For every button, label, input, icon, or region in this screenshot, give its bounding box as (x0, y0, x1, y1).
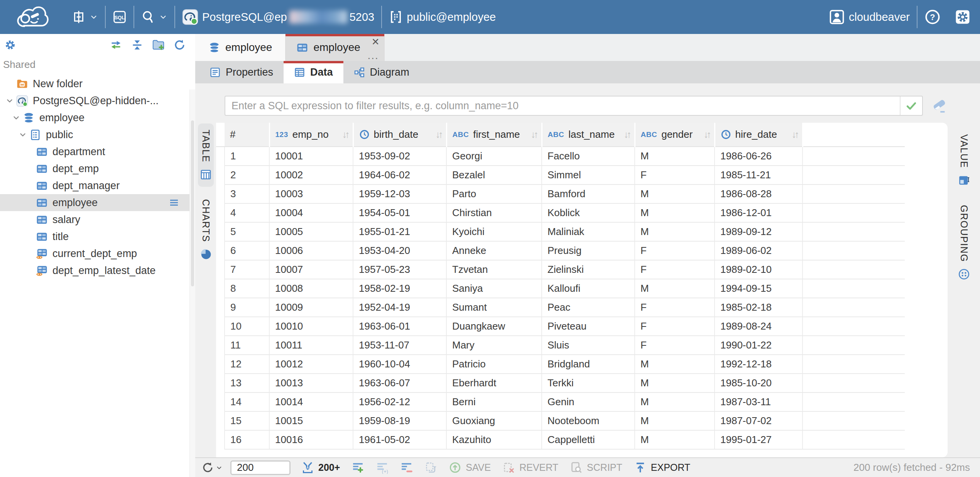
grid-cell[interactable]: Koblick (542, 203, 635, 222)
grid-cell[interactable]: 1952-04-19 (353, 298, 446, 317)
grid-cell[interactable]: M (635, 430, 715, 449)
grid-cell[interactable]: 1989-08-24 (715, 317, 803, 336)
grid-cell[interactable]: M (635, 374, 715, 392)
grid-cell[interactable]: Georgi (446, 147, 542, 166)
row-number-cell[interactable]: 5 (225, 222, 269, 241)
row-number-cell[interactable]: 2 (225, 166, 269, 184)
connection-selector[interactable]: PostgreSQL@ep 5203 (175, 0, 381, 34)
tree-item-employee[interactable]: employee (0, 109, 195, 126)
grid-cell[interactable]: 10015 (269, 411, 353, 430)
tree-item-department[interactable]: department (0, 143, 195, 160)
grid-cell[interactable]: 1994-09-15 (715, 279, 803, 298)
tree-item-public[interactable]: public (0, 126, 195, 143)
column-header-gender[interactable]: ABCgender↓↑ (635, 123, 715, 147)
grid-cell[interactable]: F (635, 317, 715, 336)
column-header-last_name[interactable]: ABClast_name↓↑ (542, 123, 635, 147)
grid-cell[interactable]: 10003 (269, 184, 353, 203)
grid-cell[interactable]: Tzvetan (446, 260, 542, 279)
rail-tab-charts[interactable]: CHARTS (198, 193, 214, 266)
grid-cell[interactable]: 1959-08-19 (353, 411, 446, 430)
delete-row-icon[interactable] (400, 461, 413, 474)
tree-item-dept-emp-latest-date[interactable]: dept_emp_latest_date (0, 262, 195, 279)
help-button[interactable]: ? (917, 0, 948, 34)
refresh-results-button[interactable] (201, 461, 223, 474)
sort-icon[interactable]: ↓↑ (342, 129, 349, 140)
grid-cell[interactable]: 1995-01-27 (715, 430, 803, 449)
grid-cell[interactable]: Nooteboom (542, 411, 635, 430)
grid-cell[interactable]: 1985-11-21 (715, 166, 803, 184)
row-limit-input[interactable] (230, 460, 291, 475)
grid-cell[interactable]: 1963-06-07 (353, 374, 446, 392)
tree-item-dept-manager[interactable]: dept_manager (0, 177, 195, 194)
row-number-cell[interactable]: 15 (225, 411, 269, 430)
column-header-emp_no[interactable]: 123emp_no↓↑ (269, 123, 353, 147)
script-button[interactable]: SCRIPT (570, 461, 622, 474)
tree-item-employee[interactable]: employee (0, 194, 195, 211)
row-number-cell[interactable]: 6 (225, 241, 269, 260)
export-button[interactable]: EXPORT (634, 461, 690, 474)
add-row-icon[interactable] (351, 461, 364, 474)
grid-cell[interactable]: Saniya (446, 279, 542, 298)
grid-cell[interactable]: 10009 (269, 298, 353, 317)
row-number-cell[interactable]: 10 (225, 317, 269, 336)
grid-cell[interactable]: 10008 (269, 279, 353, 298)
grid-cell[interactable]: M (635, 203, 715, 222)
grid-cell[interactable]: F (635, 336, 715, 355)
grid-cell[interactable]: 1960-10-04 (353, 355, 446, 374)
user-menu-button[interactable]: cloudbeaver (822, 0, 917, 34)
grid-cell[interactable]: M (635, 184, 715, 203)
grid-cell[interactable]: Berni (446, 392, 542, 411)
grid-cell[interactable]: F (635, 260, 715, 279)
grid-cell[interactable]: 1955-01-21 (353, 222, 446, 241)
grid-cell[interactable]: M (635, 279, 715, 298)
settings-button[interactable] (948, 0, 972, 34)
row-number-cell[interactable]: 1 (225, 147, 269, 166)
tree-item-postgresql-ep-hidden-[interactable]: PostgreSQL@ep-hidden-... (0, 92, 195, 109)
grid-cell[interactable]: 10004 (269, 203, 353, 222)
grid-cell[interactable]: 1958-02-19 (353, 279, 446, 298)
grid-cell[interactable]: F (635, 241, 715, 260)
grid-cell[interactable]: Cappelletti (542, 430, 635, 449)
grid-cell[interactable]: Sluis (542, 336, 635, 355)
rail-tab-table[interactable]: TABLE (198, 123, 214, 187)
subtab-data[interactable]: Data (284, 61, 343, 83)
revert-button[interactable]: REVERT (502, 461, 558, 474)
grid-cell[interactable]: 1989-02-10 (715, 260, 803, 279)
grid-cell[interactable]: 10001 (269, 147, 353, 166)
grid-cell[interactable]: M (635, 411, 715, 430)
scrollbar-thumb[interactable] (191, 120, 194, 286)
grid-cell[interactable]: F (635, 298, 715, 317)
row-number-cell[interactable]: 7 (225, 260, 269, 279)
grid-cell[interactable]: 1992-12-18 (715, 355, 803, 374)
grid-cell[interactable]: 1987-07-02 (715, 411, 803, 430)
grid-cell[interactable]: M (635, 222, 715, 241)
grid-cell[interactable]: 1989-09-12 (715, 222, 803, 241)
grid-cell[interactable]: 1987-03-11 (715, 392, 803, 411)
grid-cell[interactable]: Anneke (446, 241, 542, 260)
column-header-hire_date[interactable]: hire_date↓↑ (715, 123, 803, 147)
grid-cell[interactable]: 1953-04-20 (353, 241, 446, 260)
close-icon[interactable]: ✕ (372, 37, 380, 47)
grid-cell[interactable]: 1986-08-28 (715, 184, 803, 203)
grid-cell[interactable]: 10013 (269, 374, 353, 392)
grid-cell[interactable]: Bezalel (446, 166, 542, 184)
tree-expander-icon[interactable] (3, 96, 16, 105)
grid-cell[interactable]: Guoxiang (446, 411, 542, 430)
grid-cell[interactable]: Piveteau (542, 317, 635, 336)
sort-icon[interactable]: ↓↑ (704, 129, 710, 140)
grid-cell[interactable]: Maliniak (542, 222, 635, 241)
grid-cell[interactable]: 1963-06-01 (353, 317, 446, 336)
sort-icon[interactable]: ↓↑ (792, 129, 798, 140)
grid-cell[interactable]: Preusig (542, 241, 635, 260)
grid-cell[interactable]: Kalloufi (542, 279, 635, 298)
grid-cell[interactable]: Simmel (542, 166, 635, 184)
row-number-cell[interactable]: 8 (225, 279, 269, 298)
grid-cell[interactable]: 10002 (269, 166, 353, 184)
grid-cell[interactable]: 10005 (269, 222, 353, 241)
grid-cell[interactable]: Mary (446, 336, 542, 355)
grid-cell[interactable]: 1986-12-01 (715, 203, 803, 222)
grid-cell[interactable]: 1953-09-02 (353, 147, 446, 166)
grid-cell[interactable]: Genin (542, 392, 635, 411)
sort-icon[interactable]: ↓↑ (436, 129, 442, 140)
grid-cell[interactable]: Kyoichi (446, 222, 542, 241)
